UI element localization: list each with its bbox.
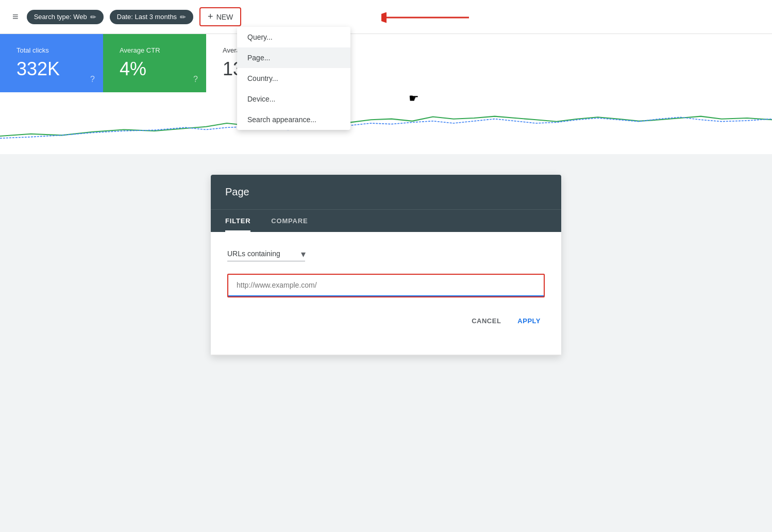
date-chip[interactable]: Date: Last 3 months ✏ <box>110 10 193 24</box>
chart-area <box>0 92 772 154</box>
page-modal: Page FILTER COMPARE URLs containing URLs… <box>211 175 561 356</box>
url-input[interactable] <box>228 275 544 296</box>
filter-dropdown-menu: Query... Page... Country... Device... Se… <box>237 27 350 130</box>
filter-type-select[interactable]: URLs containing URLs not containing Exac… <box>227 246 305 261</box>
chart-svg <box>0 97 772 149</box>
annotation-arrow <box>381 7 474 30</box>
filter-type-row: URLs containing URLs not containing Exac… <box>227 246 545 261</box>
new-button-label: NEW <box>216 13 233 21</box>
date-edit-icon: ✏ <box>180 13 186 21</box>
total-clicks-value: 332K <box>16 58 87 80</box>
search-type-edit-icon: ✏ <box>90 13 96 21</box>
dropdown-item-device[interactable]: Device... <box>237 89 350 109</box>
plus-icon: + <box>208 11 213 22</box>
tab-compare[interactable]: COMPARE <box>271 210 320 232</box>
modal-body: URLs containing URLs not containing Exac… <box>211 232 561 355</box>
total-clicks-label: Total clicks <box>16 46 87 54</box>
cancel-button[interactable]: CANCEL <box>467 312 505 330</box>
dropdown-item-country[interactable]: Country... <box>237 68 350 89</box>
modal-tabs: FILTER COMPARE <box>211 209 561 232</box>
modal-bottom-divider <box>211 355 561 356</box>
modal-title: Page <box>225 186 547 198</box>
search-type-chip[interactable]: Search type: Web ✏ <box>27 10 104 24</box>
date-label: Date: Last 3 months <box>117 13 177 21</box>
avg-ctr-help-icon: ? <box>193 75 198 84</box>
total-clicks-help-icon: ? <box>90 75 95 84</box>
tab-filter[interactable]: FILTER <box>225 210 263 232</box>
avg-ctr-label: Average CTR <box>120 46 190 54</box>
dropdown-item-page[interactable]: Page... <box>237 47 350 68</box>
dropdown-item-search-appearance[interactable]: Search appearance... <box>237 109 350 130</box>
modal-header: Page <box>211 175 561 209</box>
new-button[interactable]: + NEW <box>199 7 241 26</box>
modal-footer: CANCEL APPLY <box>227 312 545 340</box>
dropdown-item-query[interactable]: Query... <box>237 27 350 47</box>
search-type-label: Search type: Web <box>34 13 87 21</box>
avg-ctr-value: 4% <box>120 58 190 80</box>
total-clicks-card[interactable]: Total clicks 332K ? <box>0 34 103 92</box>
filter-icon[interactable]: ≡ <box>12 11 19 23</box>
metrics-row: Total clicks 332K ? Average CTR 4% ? Ave… <box>0 34 772 92</box>
top-bar: ≡ Search type: Web ✏ Date: Last 3 months… <box>0 0 772 34</box>
avg-ctr-card[interactable]: Average CTR 4% ? <box>103 34 206 92</box>
apply-button[interactable]: APPLY <box>513 312 545 330</box>
url-input-wrapper <box>227 274 545 297</box>
